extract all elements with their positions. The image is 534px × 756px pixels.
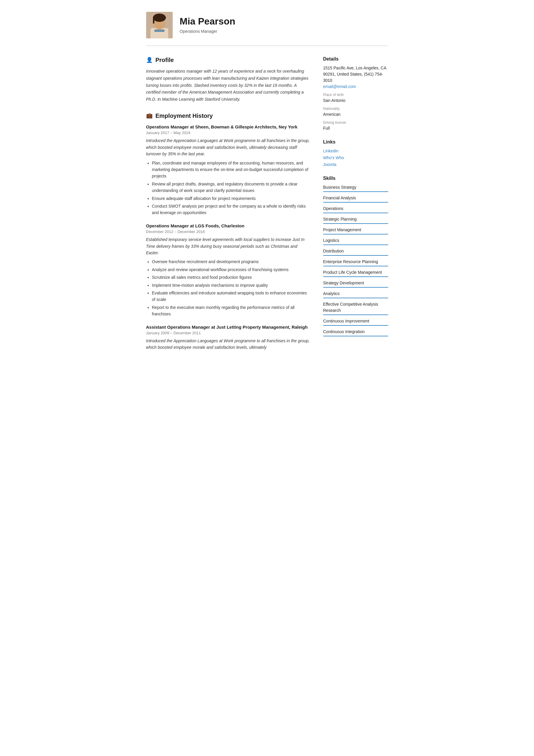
driving-license-label: Driving license [323,120,388,125]
skill-item: Logistics [323,237,388,245]
job-1-dates: January 2017 – May 2019 [146,130,311,136]
skill-name: Analytics [323,291,388,297]
job-2-bullets: Oversee franchise recruitment and develo… [146,258,311,317]
skill-bar [323,298,388,298]
skill-item: Strategy Development [323,280,388,288]
link-linkedin[interactable]: Linkedin [323,148,388,154]
nationality-label: Nationality [323,106,388,111]
skill-item: Continuous Integration [323,329,388,337]
skill-item: Business Strategy [323,184,388,192]
job-3-summary: Introduced the Appreciation Languages at… [146,338,311,351]
job-2: Operations Manager at LGS Foods, Charles… [146,223,311,317]
links-section: Links Linkedin Who's Who Joomla [323,139,388,168]
bullet-item: Scrutinize all sales metrics and food pr… [152,274,311,281]
skill-name: Strategy Development [323,280,388,286]
job-1-bullets: Plan, coordinate and manage employees of… [146,160,311,216]
skill-bar [323,287,388,288]
skill-bar [323,223,388,224]
bullet-item: Analyze and review operational workflow … [152,266,311,273]
address: 1515 Pacific Ave, Los Angeles, CA 90291,… [323,65,388,84]
job-3-title: Assistant Operations Manager at Just Let… [146,324,311,330]
bullet-item: Conduct SWOT analysis per project and fo… [152,203,311,216]
bullet-item: Report to the executive team monthly reg… [152,304,311,317]
job-1: Operations Manager at Sheen, Bowman & Gi… [146,124,311,216]
skill-bar [323,276,388,277]
sidebar: Details 1515 Pacific Ave, Los Angeles, C… [323,56,388,359]
skill-name: Continuous Integration [323,329,388,335]
job-2-title: Operations Manager at LGS Foods, Charles… [146,223,311,229]
employment-section-title: 💼 Employment History [146,111,311,120]
skill-name: Logistics [323,237,388,244]
link-whos-who[interactable]: Who's Who [323,155,388,161]
details-section: Details 1515 Pacific Ave, Los Angeles, C… [323,56,388,131]
skill-bar [323,202,388,202]
skill-bar [323,245,388,245]
profile-text: Innovative operations manager with 12 ye… [146,68,311,103]
content-area: 👤 Profile Innovative operations manager … [146,56,388,359]
links-title: Links [323,139,388,146]
resume-header: Mia Pearson Operations Manager [146,12,388,46]
skill-name: Project Management [323,227,388,233]
skill-name: Effective Competitive Analysis Research [323,301,388,313]
profile-section-title: 👤 Profile [146,56,311,65]
skill-name: Strategic Planning [323,216,388,222]
link-joomla[interactable]: Joomla [323,162,388,168]
profile-icon: 👤 [146,56,153,64]
bullet-item: Oversee franchise recruitment and develo… [152,258,311,265]
place-of-birth: San Antonio [323,97,388,104]
bullet-item: Review all project drafts, drawings, and… [152,181,311,194]
bullet-item: Implement time-motion analysis mechanism… [152,282,311,288]
skill-item: Effective Competitive Analysis Research [323,301,388,315]
avatar-image [146,12,173,39]
skill-bar [323,191,388,192]
skill-item: Operations [323,205,388,213]
employment-section: 💼 Employment History Operations Manager … [146,111,311,351]
skill-item: Continuous Improvement [323,318,388,326]
job-3: Assistant Operations Manager at Just Let… [146,324,311,351]
svg-point-3 [153,14,166,22]
skill-name: Enterprise Resource Planning [323,259,388,265]
job-2-dates: December 2012 – December 2016 [146,229,311,235]
driving-license: Full [323,125,388,131]
skill-item: Financial Analysis [323,195,388,202]
skill-name: Continuous Improvement [323,318,388,324]
skill-item: Project Management [323,227,388,234]
employment-icon: 💼 [146,112,153,120]
skill-item: Product Life Cycle Management [323,269,388,277]
skill-item: Analytics [323,291,388,298]
skill-bar [323,325,388,326]
skill-item: Enterprise Resource Planning [323,259,388,266]
svg-rect-4 [153,18,154,24]
skill-name: Business Strategy [323,184,388,190]
skill-bar [323,213,388,213]
skill-item: Distribution [323,248,388,256]
skill-name: Distribution [323,248,388,254]
skill-bar [323,255,388,256]
skills-list: Business StrategyFinancial AnalysisOpera… [323,184,388,337]
job-1-title: Operations Manager at Sheen, Bowman & Gi… [146,124,311,130]
skill-bar [323,314,388,315]
bullet-item: Ensure adequate staff allocation for pro… [152,195,311,202]
skill-item: Strategic Planning [323,216,388,224]
bullet-item: Plan, coordinate and manage employees of… [152,160,311,179]
candidate-title: Operations Manager [180,28,236,35]
skills-title: Skills [323,175,388,182]
skill-bar [323,266,388,266]
skills-section: Skills Business StrategyFinancial Analys… [323,175,388,337]
job-2-summary: Established temporary service level agre… [146,236,311,256]
details-title: Details [323,56,388,63]
skill-bar [323,234,388,234]
email: email@email.com [323,84,388,90]
candidate-name: Mia Pearson [180,16,236,27]
header-info: Mia Pearson Operations Manager [180,16,236,34]
job-3-dates: January 2009 – December 2011 [146,330,311,336]
skill-name: Operations [323,205,388,212]
skill-name: Product Life Cycle Management [323,269,388,276]
nationality: American [323,111,388,118]
place-of-birth-label: Place of birth [323,92,388,97]
main-column: 👤 Profile Innovative operations manager … [146,56,311,359]
bullet-item: Evaluate efficiencies and introduce auto… [152,290,311,303]
resume-page: Mia Pearson Operations Manager 👤 Profile… [134,0,400,371]
skill-bar [323,336,388,337]
job-1-summary: Introduced the Appreciation Languages at… [146,137,311,157]
